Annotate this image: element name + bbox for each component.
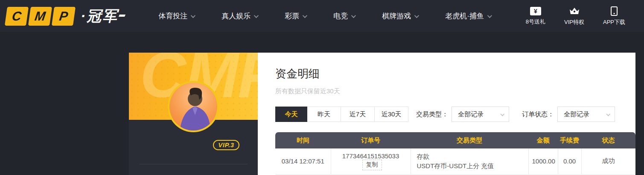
- tab-today[interactable]: 今天: [275, 107, 307, 122]
- nav-item-board-games[interactable]: 棋牌游戏: [382, 11, 418, 21]
- nav-item-label: 彩票: [285, 11, 299, 21]
- order-status-value: 全部记录: [564, 110, 589, 119]
- content-container: CMP VIP.3 资金明细 所有数据只保留近30天: [129, 53, 635, 175]
- chevron-down-icon: [351, 13, 356, 18]
- nav-item-sports[interactable]: 体育投注: [158, 11, 194, 21]
- order-number: 1773464151535033: [342, 152, 399, 160]
- header-order-no: 订单号: [331, 132, 411, 148]
- nav-item-label: 电竞: [333, 11, 348, 21]
- utility-navigation: ¥ 8号送礼 VIP特权 APP下载: [526, 6, 635, 26]
- nav-item-slots-fishing[interactable]: 老虎机·捕鱼: [445, 11, 491, 21]
- logo-suffix: ·冠军: [81, 6, 118, 26]
- utility-label: VIP特权: [564, 18, 584, 26]
- logo-dash-decoration: [119, 15, 125, 17]
- chevron-down-icon: [303, 13, 307, 18]
- funds-table: 时间 订单号 交易类型 金额 手续费 状态 03/14 12:07:51 177…: [275, 132, 635, 175]
- header-fee: 手续费: [558, 132, 581, 148]
- utility-label: 8号送礼: [526, 18, 545, 26]
- header-transaction-type: 交易类型: [411, 132, 528, 148]
- avatar[interactable]: [168, 81, 219, 132]
- brand-logo[interactable]: C M P ·冠军: [6, 6, 125, 26]
- logo-letter-m: M: [28, 7, 52, 26]
- chevron-down-icon: [414, 13, 419, 18]
- profile-divider: [140, 164, 248, 164]
- page-subtitle: 所有数据只保留近30天: [275, 87, 635, 95]
- header-status: 状态: [581, 132, 635, 148]
- vip-level-badge: VIP.3: [213, 140, 239, 150]
- vip-privilege-button[interactable]: VIP特权: [564, 6, 584, 26]
- cell-transaction-type: 存款 USDT存币-USDT上分 充值: [411, 148, 528, 174]
- username-blurred: [147, 140, 208, 150]
- cell-time: 03/14 12:07:51: [275, 148, 331, 174]
- header-time: 时间: [275, 132, 331, 148]
- table-header-row: 时间 订单号 交易类型 金额 手续费 状态: [275, 132, 635, 148]
- nav-item-label: 老虎机·捕鱼: [445, 11, 484, 21]
- funds-detail-panel: 资金明细 所有数据只保留近30天 今天 昨天 近7天 近30天 交易类型： 全部…: [258, 53, 635, 175]
- transaction-type-line1: 存款: [417, 152, 525, 161]
- gift-icon: ¥: [530, 7, 541, 15]
- chevron-down-icon: [500, 112, 504, 116]
- profile-sidebar: CMP VIP.3: [129, 53, 258, 175]
- gift-promo-button[interactable]: ¥ 8号送礼: [526, 7, 545, 26]
- crown-icon: [569, 6, 580, 16]
- app-download-button[interactable]: APP下载: [603, 6, 625, 26]
- nav-item-esports[interactable]: 电竞: [333, 11, 355, 21]
- status-badge: 成功: [581, 148, 635, 174]
- header-amount: 金额: [528, 132, 558, 148]
- nav-item-lottery[interactable]: 彩票: [285, 11, 306, 21]
- logo-letter-p: P: [52, 7, 76, 26]
- nav-item-label: 真人娱乐: [221, 11, 251, 21]
- nav-item-live-casino[interactable]: 真人娱乐: [221, 11, 257, 21]
- transaction-type-line2: USDT存币-USDT上分 充值: [417, 161, 525, 171]
- tab-last-7-days[interactable]: 近7天: [341, 107, 375, 122]
- chevron-down-icon: [606, 112, 610, 116]
- transaction-type-value: 全部记录: [458, 110, 484, 119]
- nav-item-label: 体育投注: [158, 11, 187, 21]
- copy-button[interactable]: 复制: [362, 160, 382, 170]
- chevron-down-icon: [254, 13, 259, 18]
- avatar-photo: [169, 83, 217, 131]
- tab-yesterday[interactable]: 昨天: [307, 107, 341, 122]
- order-status-label: 订单状态：: [522, 110, 554, 119]
- top-navbar: C M P ·冠军 体育投注 真人娱乐 彩票 电竞 棋牌游戏 老虎机·捕鱼: [0, 0, 644, 32]
- order-status-select[interactable]: 全部记录: [557, 107, 615, 122]
- profile-user-row: VIP.3: [129, 140, 258, 150]
- table-row: 03/14 12:07:51 1773464151535033复制 存款 USD…: [275, 148, 635, 174]
- page-title: 资金明细: [275, 66, 635, 81]
- utility-label: APP下载: [603, 18, 625, 26]
- main-navigation: 体育投注 真人娱乐 彩票 电竞 棋牌游戏 老虎机·捕鱼: [158, 11, 491, 21]
- cell-order-no: 1773464151535033复制: [331, 148, 411, 174]
- cell-amount: 1000.00: [528, 148, 558, 174]
- tab-last-30-days[interactable]: 近30天: [375, 107, 408, 122]
- nav-item-label: 棋牌游戏: [382, 11, 411, 21]
- cell-fee: 0.00: [558, 148, 581, 174]
- transaction-type-label: 交易类型：: [416, 110, 448, 119]
- logo-letter-c: C: [5, 7, 29, 26]
- phone-icon: [611, 6, 618, 16]
- filter-row: 今天 昨天 近7天 近30天 交易类型： 全部记录 订单状态： 全部记录: [275, 107, 635, 122]
- transaction-type-select[interactable]: 全部记录: [452, 107, 509, 122]
- date-range-tabs: 今天 昨天 近7天 近30天: [275, 107, 408, 122]
- chevron-down-icon: [191, 13, 195, 18]
- chevron-down-icon: [487, 13, 492, 18]
